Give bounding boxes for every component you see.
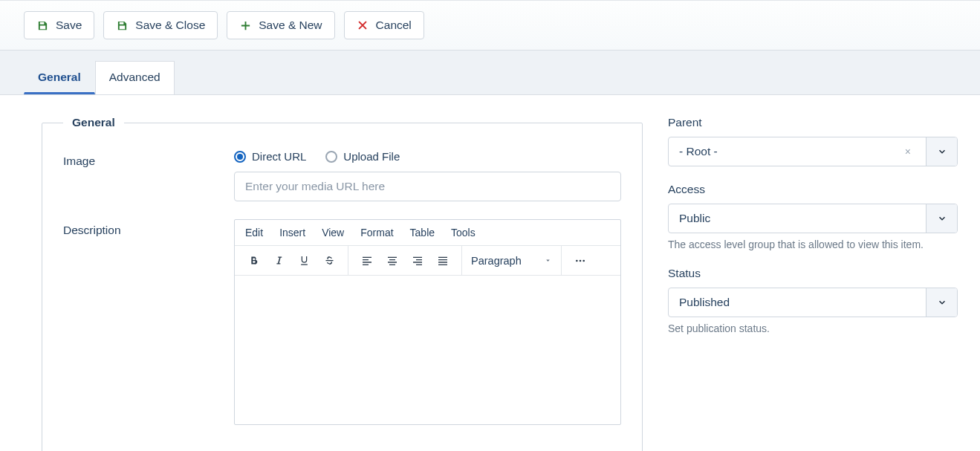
radio-upload-file[interactable]: Upload File xyxy=(325,150,400,163)
parent-label: Parent xyxy=(668,116,958,129)
parent-select[interactable]: - Root - × xyxy=(668,137,958,166)
parent-value: - Root - xyxy=(679,145,718,158)
save-close-button[interactable]: Save & Close xyxy=(103,11,218,39)
access-value: Public xyxy=(679,212,710,225)
chevron-down-icon[interactable] xyxy=(926,288,957,317)
status-label: Status xyxy=(668,267,958,280)
image-source-radiogroup: Direct URL Upload File xyxy=(234,150,621,163)
chevron-down-icon[interactable] xyxy=(926,137,957,166)
media-url-input[interactable] xyxy=(234,172,621,201)
action-toolbar: Save Save & Close Save & New Cancel xyxy=(0,0,980,51)
editor-menubar: Edit Insert View Format Table Tools xyxy=(235,220,620,246)
align-center-button[interactable] xyxy=(380,248,405,273)
radio-direct-url-label: Direct URL xyxy=(252,150,306,163)
italic-button[interactable] xyxy=(266,248,291,273)
cancel-label: Cancel xyxy=(376,19,412,32)
radio-icon-unchecked xyxy=(325,151,337,163)
svg-point-1 xyxy=(580,259,582,262)
tab-bar: General Advanced xyxy=(0,61,980,94)
more-button[interactable] xyxy=(568,248,593,273)
save-new-button[interactable]: Save & New xyxy=(227,11,334,39)
tab-general[interactable]: General xyxy=(24,61,95,94)
menu-view[interactable]: View xyxy=(322,227,344,239)
menu-tools[interactable]: Tools xyxy=(451,227,476,239)
status-value: Published xyxy=(679,296,730,309)
access-field: Access Public The access level group tha… xyxy=(668,183,958,250)
page-body: General Image Direct URL Upload File xyxy=(0,94,980,451)
radio-direct-url[interactable]: Direct URL xyxy=(234,150,306,163)
access-help: The access level group that is allowed t… xyxy=(668,239,958,250)
menu-insert[interactable]: Insert xyxy=(279,227,305,239)
status-help: Set publication status. xyxy=(668,322,958,334)
save-label: Save xyxy=(56,19,82,32)
underline-button[interactable] xyxy=(291,248,317,273)
paragraph-select[interactable]: Paragraph xyxy=(462,246,562,275)
plus-icon xyxy=(239,19,251,31)
radio-upload-file-label: Upload File xyxy=(343,150,400,163)
strikethrough-button[interactable] xyxy=(317,248,342,273)
access-select[interactable]: Public xyxy=(668,204,958,233)
align-left-button[interactable] xyxy=(354,248,380,273)
clear-icon[interactable]: × xyxy=(901,146,915,158)
editor-content-area[interactable] xyxy=(235,276,620,424)
editor-toolbar: Paragraph xyxy=(235,246,620,276)
save-icon xyxy=(36,19,48,31)
chevron-down-icon xyxy=(544,255,552,267)
cancel-button[interactable]: Cancel xyxy=(344,11,424,39)
status-select[interactable]: Published xyxy=(668,288,958,317)
menu-edit[interactable]: Edit xyxy=(245,227,263,239)
general-fieldset: General Image Direct URL Upload File xyxy=(42,116,643,451)
image-label: Image xyxy=(63,150,219,201)
chevron-down-icon[interactable] xyxy=(926,204,957,233)
svg-point-2 xyxy=(583,259,585,262)
paragraph-select-label: Paragraph xyxy=(471,255,522,267)
align-right-button[interactable] xyxy=(405,248,430,273)
side-column: Parent - Root - × Access Public xyxy=(668,116,958,451)
save-close-label: Save & Close xyxy=(135,19,205,32)
menu-format[interactable]: Format xyxy=(360,227,393,239)
tab-advanced[interactable]: Advanced xyxy=(95,61,175,94)
save-icon xyxy=(116,19,128,31)
rich-text-editor: Edit Insert View Format Table Tools xyxy=(234,219,621,425)
save-button[interactable]: Save xyxy=(24,11,94,39)
align-justify-button[interactable] xyxy=(430,248,455,273)
close-icon xyxy=(357,19,369,31)
fieldset-legend: General xyxy=(63,116,124,129)
menu-table[interactable]: Table xyxy=(410,227,435,239)
radio-icon-checked xyxy=(234,151,246,163)
description-label: Description xyxy=(63,219,219,425)
save-new-label: Save & New xyxy=(259,19,322,32)
main-column: General Image Direct URL Upload File xyxy=(42,116,643,451)
description-row: Description Edit Insert View Format Tabl… xyxy=(63,219,621,425)
image-row: Image Direct URL Upload File xyxy=(63,150,621,201)
access-label: Access xyxy=(668,183,958,196)
svg-point-0 xyxy=(576,259,578,262)
bold-button[interactable] xyxy=(241,248,266,273)
parent-field: Parent - Root - × xyxy=(668,116,958,166)
status-field: Status Published Set publication status. xyxy=(668,267,958,334)
